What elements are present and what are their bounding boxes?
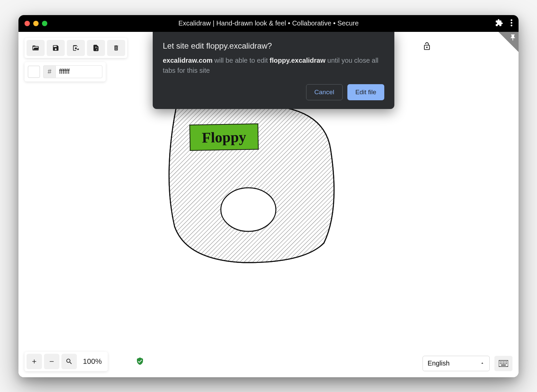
svg-rect-14 <box>501 363 502 363</box>
maximize-window-button[interactable] <box>42 21 47 26</box>
zoom-in-button[interactable] <box>27 354 42 369</box>
lock-icon[interactable] <box>423 42 431 52</box>
chevron-up-icon <box>480 359 485 367</box>
zoom-out-button[interactable] <box>44 354 59 369</box>
svg-rect-11 <box>505 361 505 362</box>
bottom-right-controls: English <box>423 356 512 371</box>
dialog-actions: Cancel Edit file <box>163 84 384 100</box>
canvas-text-label[interactable]: Floppy <box>189 123 258 151</box>
edit-file-button[interactable]: Edit file <box>347 84 384 100</box>
save-button[interactable] <box>47 40 65 56</box>
svg-rect-9 <box>501 361 502 362</box>
svg-rect-16 <box>505 363 505 363</box>
hex-hash-label: # <box>43 65 55 78</box>
app-window: Excalidraw | Hand-drawn look & feel • Co… <box>18 15 519 377</box>
close-window-button[interactable] <box>25 21 30 26</box>
save-as-button[interactable] <box>67 40 85 56</box>
color-swatch[interactable] <box>28 66 40 78</box>
svg-point-0 <box>511 19 512 21</box>
content-area: # Floppy <box>18 32 519 377</box>
svg-rect-18 <box>501 365 506 365</box>
minimize-window-button[interactable] <box>33 21 39 26</box>
extension-icon[interactable] <box>495 19 503 28</box>
svg-point-2 <box>511 24 512 26</box>
top-toolbar <box>25 38 127 58</box>
color-panel: # <box>25 62 106 81</box>
traffic-lights <box>25 21 47 26</box>
svg-rect-10 <box>503 361 504 362</box>
export-button[interactable] <box>87 40 105 56</box>
svg-point-1 <box>511 22 512 23</box>
titlebar-right <box>495 19 512 28</box>
zoom-level-label: 100% <box>79 357 106 366</box>
dialog-body: excalidraw.com will be able to edit flop… <box>163 55 384 75</box>
delete-button[interactable] <box>107 40 125 56</box>
shield-icon[interactable] <box>136 357 144 367</box>
dialog-title: Let site edit floppy.excalidraw? <box>163 41 384 51</box>
svg-rect-12 <box>506 361 507 362</box>
browser-menu-icon[interactable] <box>510 19 512 28</box>
zoom-controls: 100% <box>25 352 108 371</box>
svg-point-6 <box>221 188 276 231</box>
svg-rect-13 <box>500 363 501 363</box>
window-title: Excalidraw | Hand-drawn look & feel • Co… <box>178 19 358 27</box>
hex-color-input[interactable] <box>55 65 102 78</box>
keyboard-shortcuts-button[interactable] <box>494 356 512 371</box>
dialog-file-name: floppy.excalidraw <box>270 57 325 64</box>
open-button[interactable] <box>27 40 45 56</box>
svg-rect-17 <box>506 363 507 363</box>
language-selected-label: English <box>428 359 450 367</box>
dialog-text-1: will be able to edit <box>212 57 270 64</box>
titlebar: Excalidraw | Hand-drawn look & feel • Co… <box>18 15 519 32</box>
pin-icon[interactable] <box>509 34 517 43</box>
language-select[interactable]: English <box>423 356 490 371</box>
svg-rect-8 <box>500 361 501 362</box>
permission-dialog: Let site edit floppy.excalidraw? excalid… <box>153 32 394 109</box>
svg-rect-15 <box>503 363 504 363</box>
cancel-button[interactable]: Cancel <box>306 84 343 100</box>
dialog-site-name: excalidraw.com <box>163 57 212 64</box>
zoom-reset-button[interactable] <box>61 354 77 369</box>
